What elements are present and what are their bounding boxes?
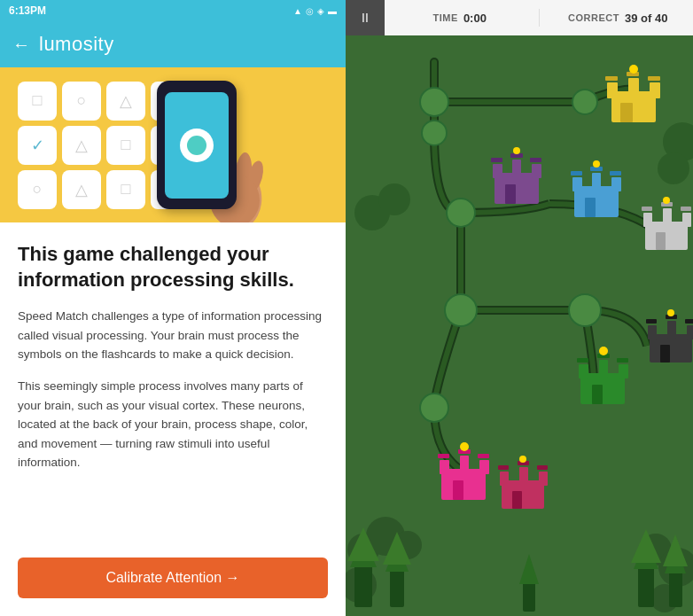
- svg-rect-108: [523, 581, 535, 612]
- svg-rect-27: [650, 82, 660, 98]
- svg-rect-84: [478, 454, 489, 458]
- svg-rect-63: [619, 364, 628, 378]
- svg-rect-76: [660, 345, 670, 363]
- status-icons: ▲ ◎ ◈ ▬: [293, 6, 337, 16]
- svg-rect-53: [663, 208, 672, 226]
- svg-rect-85: [453, 480, 463, 500]
- svg-rect-45: [611, 177, 621, 191]
- green-castle: [572, 341, 635, 414]
- time-value: 0:00: [463, 12, 487, 25]
- svg-point-23: [420, 394, 448, 422]
- svg-point-77: [667, 309, 674, 316]
- svg-point-18: [572, 90, 597, 114]
- svg-rect-73: [646, 319, 657, 324]
- grid-cell-9: ○: [18, 170, 57, 209]
- correct-label: CORRECT: [568, 12, 619, 23]
- svg-rect-80: [460, 456, 469, 473]
- correct-stat: CORRECT 39 of 40: [543, 12, 694, 25]
- phone-inner-circle: [187, 136, 206, 155]
- grid-cell-1: □: [18, 82, 57, 121]
- cta-container: Calibrate Attention →: [0, 545, 346, 616]
- svg-rect-55: [642, 207, 652, 211]
- svg-rect-70: [648, 325, 657, 339]
- svg-rect-30: [648, 76, 660, 81]
- content-area: This game challenged your information pr…: [0, 222, 346, 545]
- paragraph-1: Speed Match challenges a type of informa…: [18, 307, 328, 364]
- black-castle: [642, 306, 693, 372]
- phone-screen: [165, 92, 229, 199]
- svg-rect-49: [585, 198, 596, 217]
- dark-pink-castle: [494, 452, 552, 519]
- app-title: lumosity: [39, 33, 114, 56]
- svg-rect-25: [607, 82, 618, 98]
- svg-rect-91: [498, 465, 509, 470]
- pause-icon: II: [362, 11, 369, 25]
- grid-cell-10: △: [62, 170, 101, 209]
- svg-rect-36: [532, 164, 541, 178]
- phone-mockup: [157, 81, 237, 209]
- svg-marker-107: [663, 534, 688, 566]
- svg-rect-90: [539, 472, 548, 486]
- game-world: [346, 35, 693, 616]
- svg-point-22: [569, 294, 601, 326]
- pause-button[interactable]: II: [346, 0, 385, 35]
- svg-rect-99: [390, 567, 404, 607]
- svg-rect-37: [491, 158, 502, 162]
- svg-rect-35: [512, 160, 521, 177]
- svg-rect-67: [592, 385, 603, 404]
- paragraph-2: This seemingly simple process involves m…: [18, 377, 328, 472]
- grid-cell-11: □: [106, 170, 145, 209]
- svg-rect-79: [440, 460, 449, 474]
- grid-cell-5: ✓: [18, 126, 57, 165]
- svg-marker-109: [519, 554, 539, 584]
- svg-rect-88: [500, 472, 509, 486]
- svg-point-68: [599, 347, 608, 355]
- grid-cell-7: □: [106, 126, 145, 165]
- svg-rect-89: [519, 467, 528, 485]
- svg-point-86: [460, 442, 469, 451]
- svg-rect-75: [685, 319, 693, 324]
- stat-divider: [539, 9, 540, 27]
- svg-point-41: [513, 147, 520, 154]
- svg-rect-26: [628, 78, 639, 97]
- svg-rect-71: [667, 321, 676, 339]
- svg-point-32: [629, 65, 638, 74]
- pink-castle: [432, 437, 496, 510]
- svg-rect-61: [579, 364, 588, 378]
- svg-rect-43: [572, 177, 582, 191]
- svg-rect-82: [438, 454, 449, 458]
- back-button[interactable]: ←: [12, 35, 30, 55]
- svg-rect-58: [656, 232, 666, 250]
- blue-castle: [565, 155, 627, 226]
- game-header: II TIME 0:00 CORRECT 39 of 40: [346, 0, 693, 35]
- calibrate-button[interactable]: Calibrate Attention →: [18, 558, 328, 598]
- svg-marker-101: [383, 532, 411, 565]
- location-icon: ◈: [317, 6, 324, 16]
- svg-rect-46: [571, 171, 582, 175]
- status-time: 6:13PM: [9, 4, 46, 17]
- main-heading: This game challenged your information pr…: [18, 242, 328, 292]
- svg-rect-44: [592, 173, 601, 191]
- svg-rect-31: [620, 103, 633, 122]
- grid-cell-2: ○: [62, 82, 101, 121]
- svg-point-19: [422, 121, 447, 145]
- svg-rect-54: [682, 213, 691, 227]
- svg-rect-64: [577, 358, 588, 363]
- svg-rect-28: [605, 76, 618, 81]
- svg-rect-66: [617, 358, 628, 363]
- svg-point-95: [519, 456, 526, 463]
- svg-point-21: [445, 294, 477, 326]
- left-panel: 6:13PM ▲ ◎ ◈ ▬ ← lumosity □ ○ △ □ ✓ △ □ …: [0, 0, 346, 616]
- svg-point-20: [447, 199, 475, 227]
- hero-area: □ ○ △ □ ✓ △ □ ✕ ○ △ □ ○: [0, 67, 346, 222]
- grid-cell-3: △: [106, 82, 145, 121]
- svg-rect-102: [638, 565, 654, 607]
- svg-rect-62: [599, 360, 608, 378]
- svg-rect-96: [354, 563, 372, 607]
- svg-point-14: [378, 183, 410, 215]
- svg-rect-105: [669, 570, 682, 607]
- svg-rect-48: [610, 171, 621, 175]
- svg-rect-94: [512, 491, 522, 509]
- right-panel: II TIME 0:00 CORRECT 39 of 40: [346, 0, 693, 616]
- time-label: TIME: [433, 12, 458, 23]
